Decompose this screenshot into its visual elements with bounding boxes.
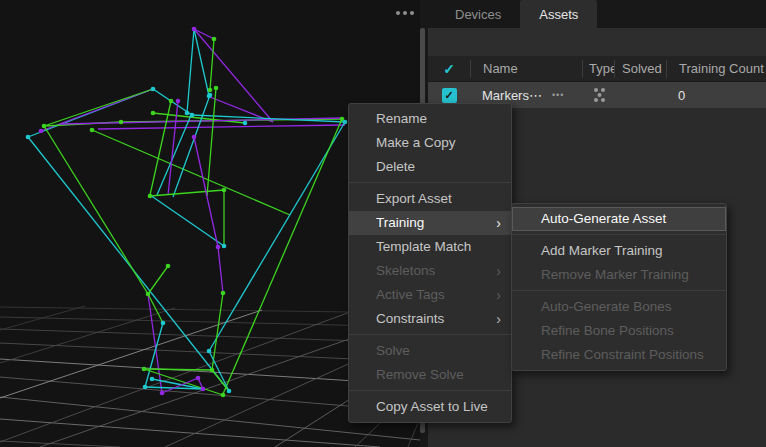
submenu-arrow-icon: › bbox=[496, 211, 501, 235]
header-solved[interactable]: Solved bbox=[614, 60, 666, 78]
training-submenu: Auto-Generate Asset Add Marker Training … bbox=[511, 203, 727, 371]
submenu-item-auto-generate-asset[interactable]: Auto-Generate Asset bbox=[512, 207, 726, 231]
menu-separator bbox=[349, 179, 511, 187]
check-icon: ✓ bbox=[443, 61, 455, 77]
menu-item-delete[interactable]: Delete bbox=[349, 155, 511, 179]
menu-item-template-match[interactable]: Template Match bbox=[349, 235, 511, 259]
row-checkbox[interactable]: ✓ bbox=[442, 88, 457, 103]
row-type-cell bbox=[582, 82, 614, 108]
header-name[interactable]: Name bbox=[470, 60, 582, 78]
submenu-arrow-icon: › bbox=[496, 259, 501, 283]
asset-context-menu: Rename Make a Copy Delete Export Asset T… bbox=[348, 103, 512, 423]
menu-item-export-asset[interactable]: Export Asset bbox=[349, 187, 511, 211]
panel-tabbar: Devices Assets bbox=[428, 0, 766, 28]
asset-name: Markers⋯ bbox=[482, 88, 542, 103]
menu-item-copy-asset-to-live[interactable]: Copy Asset to Live bbox=[349, 395, 511, 419]
markerset-icon bbox=[590, 86, 610, 104]
submenu-item-remove-marker-training[interactable]: Remove Marker Training bbox=[512, 263, 726, 287]
menu-separator bbox=[512, 231, 726, 239]
panel-toolbar-space bbox=[428, 28, 766, 56]
viewport-options-button[interactable] bbox=[392, 6, 418, 20]
menu-item-label: Training bbox=[376, 215, 424, 230]
menu-item-active-tags[interactable]: Active Tags › bbox=[349, 283, 511, 307]
row-solved-cell bbox=[614, 82, 666, 108]
menu-separator bbox=[349, 331, 511, 339]
row-training-count: 0 bbox=[666, 82, 766, 108]
tab-assets[interactable]: Assets bbox=[520, 0, 597, 28]
header-training-count[interactable]: Training Count bbox=[666, 60, 766, 78]
menu-item-label: Skeletons bbox=[376, 263, 435, 278]
menu-item-solve[interactable]: Solve bbox=[349, 339, 511, 363]
submenu-item-refine-constraint-positions[interactable]: Refine Constraint Positions bbox=[512, 343, 726, 367]
assets-table-header: ✓ Name Type Solved Training Count bbox=[428, 56, 766, 82]
menu-separator bbox=[512, 287, 726, 295]
ellipsis-icon bbox=[396, 11, 400, 15]
menu-item-make-a-copy[interactable]: Make a Copy bbox=[349, 131, 511, 155]
submenu-item-refine-bone-positions[interactable]: Refine Bone Positions bbox=[512, 319, 726, 343]
submenu-item-auto-generate-bones[interactable]: Auto-Generate Bones bbox=[512, 295, 726, 319]
check-icon: ✓ bbox=[444, 89, 453, 102]
menu-item-rename[interactable]: Rename bbox=[349, 107, 511, 131]
menu-item-remove-solve[interactable]: Remove Solve bbox=[349, 363, 511, 387]
menu-item-skeletons[interactable]: Skeletons › bbox=[349, 259, 511, 283]
submenu-arrow-icon: › bbox=[496, 283, 501, 307]
header-check-column[interactable]: ✓ bbox=[428, 60, 470, 78]
app-window: Devices Assets ✓ Name Type Solved Traini… bbox=[0, 0, 766, 447]
header-type[interactable]: Type bbox=[582, 60, 614, 78]
menu-item-constraints[interactable]: Constraints › bbox=[349, 307, 511, 331]
tab-devices[interactable]: Devices bbox=[436, 0, 520, 28]
menu-item-label: Constraints bbox=[376, 311, 444, 326]
row-more-button[interactable]: ••• bbox=[552, 90, 564, 100]
ellipsis-icon bbox=[403, 11, 407, 15]
submenu-arrow-icon: › bbox=[496, 307, 501, 331]
menu-item-label: Active Tags bbox=[376, 287, 445, 302]
menu-separator bbox=[349, 387, 511, 395]
ellipsis-icon bbox=[410, 11, 414, 15]
submenu-item-add-marker-training[interactable]: Add Marker Training bbox=[512, 239, 726, 263]
menu-item-training[interactable]: Training › bbox=[349, 211, 511, 235]
